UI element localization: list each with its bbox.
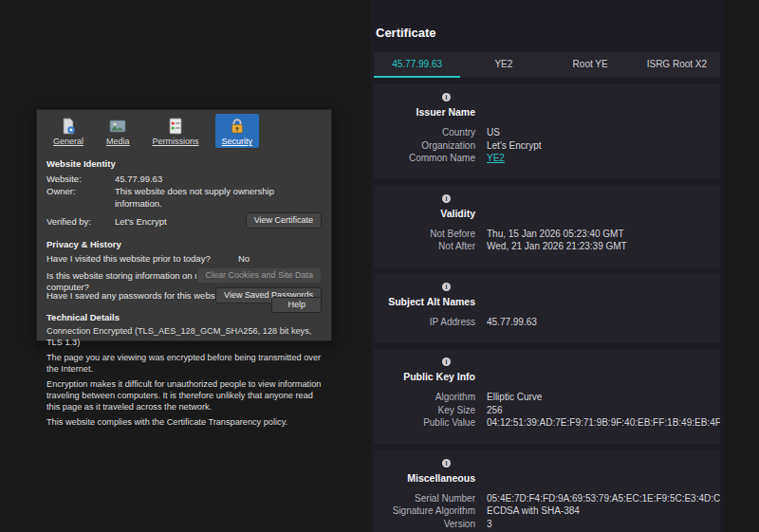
certificate-field-row: Common Name YE2: [374, 152, 720, 165]
field-label: Version: [374, 518, 475, 531]
tab-general[interactable]: General: [46, 114, 90, 148]
certificate-section: i Issuer Name Country US Organization Le…: [374, 84, 720, 179]
permissions-icon: [166, 117, 185, 136]
lock-icon: [228, 117, 247, 136]
certificate-sections: i Issuer Name Country US Organization Le…: [370, 84, 724, 532]
certificate-section: i Miscellaneous Serial Number 05:4E:7D:F…: [374, 450, 720, 532]
field-value: Wed, 21 Jan 2026 21:23:39 GMT: [487, 240, 720, 253]
certificate-section: i Public Key Info Algorithm Elliptic Cur…: [374, 349, 720, 444]
field-value: 45.77.99.63: [487, 316, 720, 329]
field-value: Thu, 15 Jan 2026 05:23:40 GMT: [487, 228, 720, 241]
field-value: 256: [487, 404, 720, 417]
section-rows: IP Address 45.77.99.63: [374, 316, 720, 329]
visited-question: Have I visited this website prior to tod…: [46, 253, 211, 265]
media-icon: [108, 117, 127, 136]
section-title: Subject Alt Names: [388, 296, 475, 307]
info-icon[interactable]: i: [442, 459, 451, 468]
page-info-dialog: General Media Permissions Security Websi…: [36, 109, 332, 341]
field-label: Organization: [374, 139, 475, 153]
tech-line-transparency: This website complies with the Certifica…: [46, 417, 322, 429]
tab-general-label: General: [53, 137, 83, 146]
certificate-field-row: Version 3: [374, 518, 720, 531]
tab-permissions[interactable]: Permissions: [146, 114, 206, 148]
section-header: i Issuer Name: [374, 93, 475, 119]
field-value: 04:12:51:39:AD:7E:F9:71:9B:9F:40:EB:FF:1…: [487, 416, 720, 430]
section-title: Public Key Info: [403, 371, 475, 382]
cookies-row: Is this website storing information on m…: [46, 270, 322, 282]
certificate-chain-tab[interactable]: YE2: [460, 52, 546, 78]
website-value: 45.77.99.63: [115, 173, 322, 185]
view-certificate-button[interactable]: View Certificate: [246, 212, 322, 229]
owner-label: Owner:: [46, 185, 115, 210]
certificate-chain-tab[interactable]: 45.77.99.63: [374, 52, 460, 78]
visited-answer: No: [238, 253, 250, 265]
verified-row: Verified by: Let's Encrypt View Certific…: [46, 215, 322, 228]
tab-security[interactable]: Security: [215, 114, 260, 148]
section-title: Issuer Name: [417, 106, 475, 118]
field-label: Not Before: [374, 228, 475, 241]
help-button[interactable]: Help: [271, 297, 322, 313]
field-value: 05:4E:7D:F4:FD:9A:69:53:79:A5:EC:1E:F9:5…: [487, 492, 720, 505]
tab-security-label: Security: [222, 137, 253, 146]
issuer-common-name-link[interactable]: YE2: [487, 153, 505, 163]
website-label: Website:: [46, 173, 115, 185]
owner-value: This website does not supply ownership i…: [115, 185, 322, 210]
field-label: Country: [374, 126, 475, 139]
section-rows: Not Before Thu, 15 Jan 2026 05:23:40 GMT…: [374, 228, 720, 253]
section-header: i Miscellaneous: [374, 459, 475, 486]
field-label: Signature Algorithm: [374, 504, 475, 518]
tech-line-connection: Connection Encrypted (TLS_AES_128_GCM_SH…: [46, 326, 322, 349]
certificate-field-row: Signature Algorithm ECDSA with SHA-384: [374, 504, 720, 518]
section-rows: Algorithm Elliptic Curve Key Size 256 Pu…: [374, 391, 720, 430]
certificate-panel: Certificate 45.77.99.63YE2Root YEISRG Ro…: [370, 0, 724, 532]
section-rows: Serial Number 05:4E:7D:F4:FD:9A:69:53:79…: [374, 492, 720, 532]
info-icon[interactable]: i: [442, 194, 451, 203]
field-value: US: [487, 126, 720, 139]
field-label: IP Address: [374, 316, 475, 329]
certificate-field-row: Country US: [374, 126, 720, 139]
field-label: Not After: [374, 240, 475, 253]
info-icon[interactable]: i: [442, 93, 451, 101]
tech-line-encryption: Encryption makes it difficult for unauth…: [46, 379, 322, 413]
field-label: Algorithm: [374, 391, 475, 404]
section-title: Miscellaneous: [407, 472, 475, 484]
certificate-field-row: Organization Let's Encrypt: [374, 139, 720, 153]
section-header: i Public Key Info: [374, 358, 475, 384]
certificate-chain-tab[interactable]: ISRG Root X2: [634, 52, 720, 78]
verified-by-label: Verified by:: [46, 215, 115, 228]
tab-media[interactable]: Media: [100, 114, 137, 148]
certificate-field-row: Not After Wed, 21 Jan 2026 21:23:39 GMT: [374, 240, 720, 253]
section-header: i Subject Alt Names: [374, 283, 475, 309]
certificate-field-row: Key Size 256: [374, 404, 720, 417]
info-icon[interactable]: i: [442, 283, 451, 291]
tab-media-label: Media: [106, 137, 130, 146]
section-rows: Country US Organization Let's Encrypt Co…: [374, 126, 720, 165]
info-icon[interactable]: i: [442, 358, 451, 366]
field-value: 3: [487, 518, 720, 531]
field-value: Elliptic Curve: [487, 391, 720, 404]
certificate-field-row: IP Address 45.77.99.63: [374, 316, 720, 329]
passwords-question: Have I saved any passwords for this webs…: [46, 290, 230, 302]
page-info-tabbar: General Media Permissions Security: [46, 110, 322, 150]
visited-row: Have I visited this website prior to tod…: [46, 253, 322, 265]
certificate-chain-tab[interactable]: Root YE: [547, 52, 634, 78]
certificate-field-row: Public Value 04:12:51:39:AD:7E:F9:71:9B:…: [374, 416, 720, 430]
certificate-field-row: Not Before Thu, 15 Jan 2026 05:23:40 GMT: [374, 228, 720, 241]
certificate-field-row: Algorithm Elliptic Curve: [374, 391, 720, 404]
website-row: Website: 45.77.99.63: [46, 173, 322, 185]
field-value: YE2: [487, 152, 720, 165]
website-identity-title: Website Identity: [46, 158, 322, 169]
privacy-history-title: Privacy & History: [46, 239, 322, 249]
certificate-field-row: Serial Number 05:4E:7D:F4:FD:9A:69:53:79…: [374, 492, 720, 505]
field-label: Public Value: [374, 416, 475, 430]
field-label: Key Size: [374, 404, 475, 417]
field-label: Common Name: [374, 152, 475, 165]
document-icon: [59, 117, 78, 136]
section-header: i Validity: [374, 194, 475, 221]
field-label: Serial Number: [374, 492, 475, 505]
owner-row: Owner: This website does not supply owne…: [46, 185, 322, 210]
field-value: ECDSA with SHA-384: [487, 504, 720, 518]
certificate-tabbar: 45.77.99.63YE2Root YEISRG Root X2: [374, 52, 720, 78]
clear-cookies-button[interactable]: Clear Cookies and Site Data: [196, 267, 322, 284]
technical-details-title: Technical Details: [46, 312, 322, 322]
